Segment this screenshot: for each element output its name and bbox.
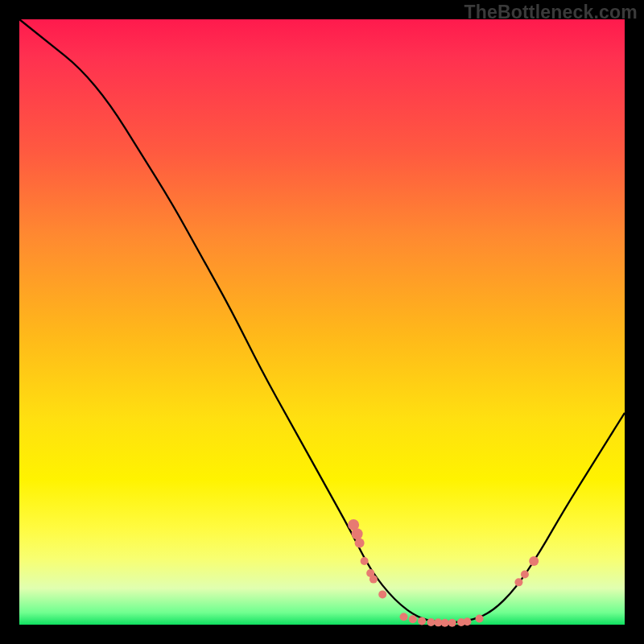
data-dot xyxy=(521,571,529,579)
bottleneck-curve xyxy=(19,19,625,622)
data-dot xyxy=(476,614,484,622)
data-dot xyxy=(448,619,456,627)
data-dot xyxy=(514,578,522,586)
watermark-text: TheBottleneck.com xyxy=(464,2,638,23)
data-dot xyxy=(400,613,408,621)
chart-svg xyxy=(19,19,625,625)
data-dot xyxy=(463,617,471,625)
data-dot xyxy=(378,590,386,598)
scatter-dots xyxy=(348,519,539,627)
data-dot xyxy=(369,576,378,584)
chart-plot-area xyxy=(19,19,625,625)
data-dot xyxy=(361,557,369,565)
data-dot xyxy=(352,528,363,539)
data-dot xyxy=(409,615,417,623)
data-dot xyxy=(355,538,365,547)
data-dot xyxy=(529,556,539,566)
data-dot xyxy=(418,617,426,625)
data-dot xyxy=(427,618,435,626)
data-dot xyxy=(441,619,449,627)
